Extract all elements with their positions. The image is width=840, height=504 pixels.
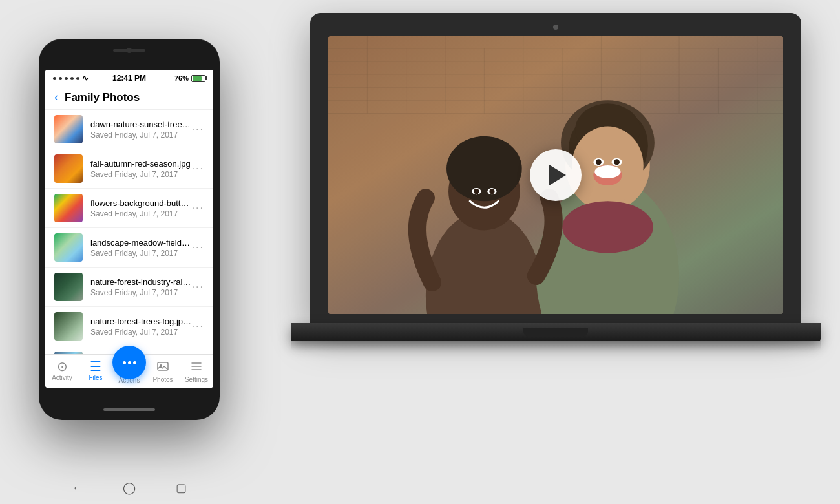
dot-1 bbox=[123, 361, 126, 364]
file-item[interactable]: flowers-background-butterfl...Saved Frid… bbox=[45, 189, 213, 228]
battery-tip bbox=[205, 76, 207, 80]
file-date: Saved Friday, Jul 7, 2017 bbox=[90, 328, 192, 337]
phone-camera bbox=[127, 48, 132, 53]
file-item[interactable]: fall-autumn-red-season.jpgSaved Friday, … bbox=[45, 149, 213, 189]
file-thumbnail bbox=[54, 273, 83, 301]
laptop-screen bbox=[328, 36, 783, 314]
back-button[interactable]: ‹ bbox=[54, 90, 58, 104]
file-item[interactable]: landscape-meadow-field-m...Saved Friday,… bbox=[45, 228, 213, 268]
file-more-button[interactable]: ··· bbox=[192, 202, 204, 214]
battery-area: 76% bbox=[174, 74, 205, 82]
settings-label: Settings bbox=[185, 376, 208, 383]
dot-2 bbox=[128, 361, 131, 364]
actions-fab[interactable] bbox=[112, 346, 146, 379]
file-date: Saved Friday, Jul 7, 2017 bbox=[90, 170, 192, 179]
file-item[interactable]: nature-forest-trees-fog.jpegSaved Friday… bbox=[45, 307, 213, 346]
file-more-button[interactable]: ··· bbox=[192, 281, 204, 293]
battery-percent: 76% bbox=[174, 74, 189, 82]
settings-icon bbox=[190, 360, 203, 375]
file-item[interactable]: nature-forest-industry-rails.j...Saved F… bbox=[45, 268, 213, 307]
file-name: dawn-nature-sunset-trees.jpg bbox=[90, 120, 192, 129]
file-info: dawn-nature-sunset-trees.jpgSaved Friday… bbox=[90, 120, 192, 140]
tab-photos[interactable]: Photos bbox=[146, 357, 180, 383]
laptop-camera bbox=[553, 25, 558, 30]
svg-rect-40 bbox=[158, 362, 168, 370]
file-info: flowers-background-butterfl...Saved Frid… bbox=[90, 198, 192, 218]
battery-icon bbox=[191, 75, 205, 82]
file-name: landscape-meadow-field-m... bbox=[90, 238, 192, 247]
file-date: Saved Friday, Jul 7, 2017 bbox=[90, 249, 192, 258]
file-date: Saved Friday, Jul 7, 2017 bbox=[90, 131, 192, 140]
laptop-device bbox=[310, 13, 801, 349]
laptop-body bbox=[310, 13, 801, 323]
file-more-button[interactable]: ··· bbox=[192, 163, 204, 174]
folder-title: Family Photos bbox=[65, 91, 140, 104]
nav-header: ‹ Family Photos bbox=[45, 85, 213, 110]
file-thumbnail bbox=[54, 312, 83, 341]
photos-label: Photos bbox=[152, 376, 173, 383]
tab-bar: ⊙ Activity ☰ Files A bbox=[45, 354, 213, 388]
play-button[interactable] bbox=[530, 149, 582, 201]
laptop-base bbox=[291, 323, 821, 341]
play-icon bbox=[549, 165, 566, 185]
dot-3 bbox=[133, 361, 136, 364]
file-thumbnail bbox=[54, 194, 83, 222]
phone-screen: ∿ 12:41 PM 76% ‹ Family Photos dawn-natu… bbox=[45, 70, 213, 388]
file-name: flowers-background-butterfl... bbox=[90, 198, 192, 208]
files-label: Files bbox=[89, 374, 102, 381]
signal-dot bbox=[53, 77, 56, 80]
signal-dot bbox=[70, 77, 74, 80]
file-thumbnail bbox=[54, 233, 83, 262]
tab-files[interactable]: ☰ Files bbox=[79, 357, 112, 381]
signal-area: ∿ bbox=[53, 74, 89, 83]
file-more-button[interactable]: ··· bbox=[192, 123, 204, 135]
phone-home-bar bbox=[103, 408, 155, 411]
file-item[interactable]: dawn-nature-sunset-trees.jpgSaved Friday… bbox=[45, 110, 213, 149]
tab-settings[interactable]: Settings bbox=[180, 357, 213, 383]
photos-icon bbox=[156, 360, 169, 375]
actions-dots bbox=[123, 361, 136, 364]
file-date: Saved Friday, Jul 7, 2017 bbox=[90, 209, 192, 218]
file-info: nature-forest-trees-fog.jpegSaved Friday… bbox=[90, 317, 192, 337]
file-list: dawn-nature-sunset-trees.jpgSaved Friday… bbox=[45, 110, 213, 354]
phone-device: ∿ 12:41 PM 76% ‹ Family Photos dawn-natu… bbox=[39, 39, 220, 465]
file-name: fall-autumn-red-season.jpg bbox=[90, 159, 192, 169]
file-more-button[interactable]: ··· bbox=[192, 320, 204, 332]
laptop-photo bbox=[328, 36, 783, 314]
signal-dot bbox=[59, 77, 62, 80]
laptop-notch bbox=[523, 328, 588, 337]
file-more-button[interactable]: ··· bbox=[192, 242, 204, 253]
battery-fill bbox=[193, 76, 202, 81]
file-info: fall-autumn-red-season.jpgSaved Friday, … bbox=[90, 159, 192, 179]
file-info: landscape-meadow-field-m...Saved Friday,… bbox=[90, 238, 192, 258]
tab-activity[interactable]: ⊙ Activity bbox=[45, 357, 79, 381]
file-name: nature-forest-industry-rails.j... bbox=[90, 277, 192, 287]
phone-nav-bar: ← ◯ ▢ bbox=[39, 472, 220, 504]
file-thumbnail bbox=[54, 154, 83, 183]
activity-label: Activity bbox=[52, 374, 72, 381]
file-name: nature-forest-trees-fog.jpeg bbox=[90, 317, 192, 326]
files-icon: ☰ bbox=[90, 360, 101, 373]
activity-icon: ⊙ bbox=[57, 360, 68, 373]
signal-dot bbox=[76, 77, 79, 80]
file-thumbnail bbox=[54, 115, 83, 143]
signal-dot bbox=[65, 77, 68, 80]
file-info: nature-forest-industry-rails.j...Saved F… bbox=[90, 277, 192, 297]
phone-body: ∿ 12:41 PM 76% ‹ Family Photos dawn-natu… bbox=[39, 39, 220, 420]
back-nav-button[interactable]: ← bbox=[72, 481, 83, 495]
home-nav-button[interactable]: ◯ bbox=[123, 481, 136, 495]
wifi-icon: ∿ bbox=[82, 74, 89, 83]
file-date: Saved Friday, Jul 7, 2017 bbox=[90, 288, 192, 297]
tab-actions[interactable]: Actions bbox=[112, 357, 146, 384]
status-time: 12:41 PM bbox=[112, 74, 146, 83]
recents-nav-button[interactable]: ▢ bbox=[176, 481, 187, 495]
laptop-reflection bbox=[291, 341, 821, 350]
status-bar: ∿ 12:41 PM 76% bbox=[45, 70, 213, 85]
